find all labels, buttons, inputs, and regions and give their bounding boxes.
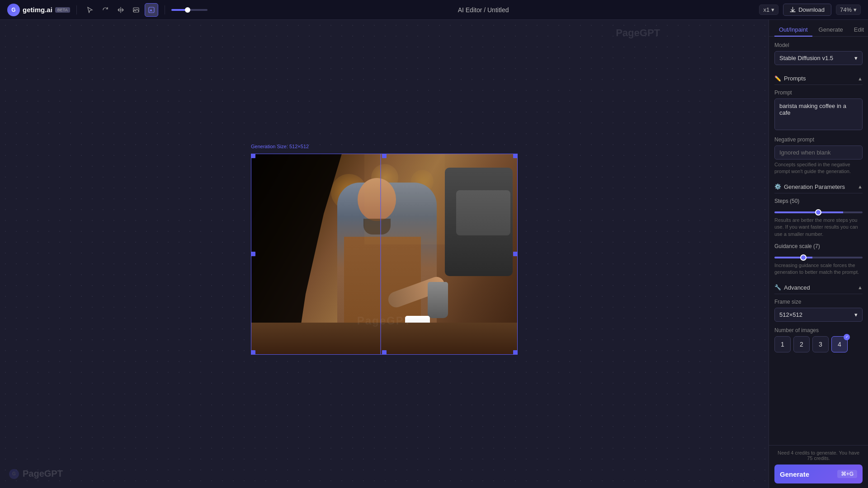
negative-prompt-wrap: Negative prompt Concepts specified in th… xyxy=(774,136,863,175)
guidance-note: Increasing guidance scale forces the gen… xyxy=(774,262,863,276)
topbar-left: G getimg.ai beta xyxy=(7,3,208,17)
editor-title: AI Editor / Untitled xyxy=(458,6,509,14)
app-title: getimg.ai xyxy=(23,6,52,14)
prompts-section-header-left: ✏️ Prompts xyxy=(774,75,806,82)
sidebar-panel: Out/Inpaint Generate Edit Model Stable D… xyxy=(769,20,868,488)
cursor-icon xyxy=(87,7,93,13)
frame-size-select[interactable]: 512×512 ▾ xyxy=(774,308,863,322)
generation-params-header-left: ⚙️ Generation Parameters xyxy=(774,183,845,190)
negative-prompt-label: Negative prompt xyxy=(774,136,863,143)
tool-divider-2 xyxy=(165,5,165,14)
handle-bottom-left[interactable] xyxy=(251,350,255,355)
negative-prompt-input[interactable] xyxy=(774,145,863,160)
download-button[interactable]: Download xyxy=(783,4,831,16)
tool-divider-1 xyxy=(76,5,77,14)
guidance-slider[interactable] xyxy=(774,257,863,258)
topbar-tools xyxy=(83,3,158,17)
num-images-3-button[interactable]: 3 xyxy=(812,336,829,352)
model-label: Model xyxy=(774,42,863,48)
handle-top-mid[interactable] xyxy=(382,154,387,158)
generation-size-label: Generation Size: 512×512 xyxy=(251,144,309,149)
advanced-section-header[interactable]: 🔧 Advanced ▲ xyxy=(774,282,863,294)
image-tool-button[interactable] xyxy=(129,3,143,17)
topbar-right: x1 ▾ Download 74% ▾ xyxy=(759,4,861,16)
canvas-bottom-logo-text: PageGPT xyxy=(23,469,63,479)
panel-tabs: Out/Inpaint Generate Edit xyxy=(769,20,868,37)
model-section: Model Stable Diffusion v1.5 ▾ xyxy=(774,42,863,65)
logo-area: G getimg.ai beta xyxy=(7,4,70,16)
num-images-4-button[interactable]: 4 xyxy=(831,336,848,352)
main-area: PageGPT Generation Size: 512×512 xyxy=(0,20,868,488)
move-icon xyxy=(118,7,124,13)
frame-size-wrap: Frame size 512×512 ▾ xyxy=(774,299,863,322)
generation-params-section: ⚙️ Generation Parameters ▲ Steps (50) Re… xyxy=(774,181,863,276)
brush-tool-button[interactable] xyxy=(145,3,158,17)
prompt-label: Prompt xyxy=(774,89,863,96)
handle-mid-right[interactable] xyxy=(513,252,518,256)
canvas-top-right-logo: PageGPT xyxy=(616,27,660,39)
sidebar-bottom: Need 4 credits to generate. You have 75 … xyxy=(769,445,868,488)
cursor-tool-button[interactable] xyxy=(83,3,97,17)
topbar: G getimg.ai beta xyxy=(0,0,868,20)
num-images-2-button[interactable]: 2 xyxy=(793,336,810,352)
zoom-slider[interactable] xyxy=(171,9,208,11)
canvas-area[interactable]: PageGPT Generation Size: 512×512 xyxy=(0,20,769,488)
num-images-wrap: Number of images 1 2 3 4 xyxy=(774,327,863,352)
zoom-multiplier: x1 xyxy=(763,6,769,13)
prompt-field-wrap: Prompt barista making coffee in a cafe xyxy=(774,89,863,132)
handle-top-left[interactable] xyxy=(251,154,255,158)
negative-prompt-note: Concepts specified in the negative promp… xyxy=(774,161,863,175)
num-images-1-button[interactable]: 1 xyxy=(774,336,791,352)
tab-outinpaint[interactable]: Out/Inpaint xyxy=(774,23,812,37)
zoom-slider-wrap xyxy=(171,9,208,11)
handle-top-right[interactable] xyxy=(513,154,518,158)
canvas-image-container: Generation Size: 512×512 xyxy=(251,154,518,355)
tab-generate[interactable]: Generate xyxy=(814,23,848,37)
guidance-wrap: Guidance scale (7) Increasing guidance s… xyxy=(774,243,863,276)
refresh-tool-button[interactable] xyxy=(99,3,112,17)
advanced-section-title: Advanced xyxy=(784,284,810,291)
image-icon xyxy=(133,7,139,13)
sliders-icon: ⚙️ xyxy=(774,183,781,190)
zoom-percent-indicator[interactable]: 74% ▾ xyxy=(836,5,861,15)
advanced-chevron-icon: ▲ xyxy=(858,285,863,290)
brush-icon xyxy=(148,7,155,13)
zoom-chevron: ▾ xyxy=(771,6,774,13)
refresh-icon xyxy=(102,7,108,13)
canvas-top-right-logo-text: PageGPT xyxy=(616,27,660,39)
move-tool-button[interactable] xyxy=(114,3,127,17)
frame-size-chevron: ▾ xyxy=(854,311,858,318)
prompts-chevron-icon: ▲ xyxy=(858,76,863,81)
canvas-bottom-logo: G PageGPT xyxy=(9,469,63,479)
model-select[interactable]: Stable Diffusion v1.5 ▾ xyxy=(774,51,863,65)
steps-note: Results are better the more steps you us… xyxy=(774,217,863,238)
prompt-textarea[interactable]: barista making coffee in a cafe xyxy=(774,99,863,130)
handle-bottom-mid[interactable] xyxy=(382,350,387,355)
model-value: Stable Diffusion v1.5 xyxy=(779,55,833,61)
steps-wrap: Steps (50) Results are better the more s… xyxy=(774,198,863,238)
zoom-indicator[interactable]: x1 ▾ xyxy=(759,5,778,15)
canvas-logo-icon: G xyxy=(9,469,19,479)
generate-button[interactable]: Generate ⌘+G xyxy=(774,465,863,483)
handle-mid-left[interactable] xyxy=(251,252,255,256)
generation-params-header[interactable]: ⚙️ Generation Parameters ▲ xyxy=(774,181,863,193)
zoom-percent: 74% xyxy=(840,6,852,13)
frame-size-value: 512×512 xyxy=(779,311,802,318)
topbar-center: AI Editor / Untitled xyxy=(458,6,509,14)
generation-params-chevron-icon: ▲ xyxy=(858,184,863,189)
credits-note: Need 4 credits to generate. You have 75 … xyxy=(774,450,863,461)
zoom-percent-chevron: ▾ xyxy=(854,6,857,13)
generate-label: Generate xyxy=(780,470,809,478)
canvas-image[interactable]: PageGPT xyxy=(251,154,518,355)
handle-bottom-right[interactable] xyxy=(513,350,518,355)
tab-edit[interactable]: Edit xyxy=(849,23,868,37)
beta-badge: beta xyxy=(55,7,70,13)
prompts-section-header[interactable]: ✏️ Prompts ▲ xyxy=(774,72,863,85)
steps-slider[interactable] xyxy=(774,211,863,213)
download-label: Download xyxy=(798,6,825,13)
generation-params-title: Generation Parameters xyxy=(784,183,845,190)
advanced-settings-icon: 🔧 xyxy=(774,284,781,291)
advanced-section-header-left: 🔧 Advanced xyxy=(774,284,810,291)
num-images-row: 1 2 3 4 xyxy=(774,336,863,352)
app-logo-icon: G xyxy=(7,4,20,16)
